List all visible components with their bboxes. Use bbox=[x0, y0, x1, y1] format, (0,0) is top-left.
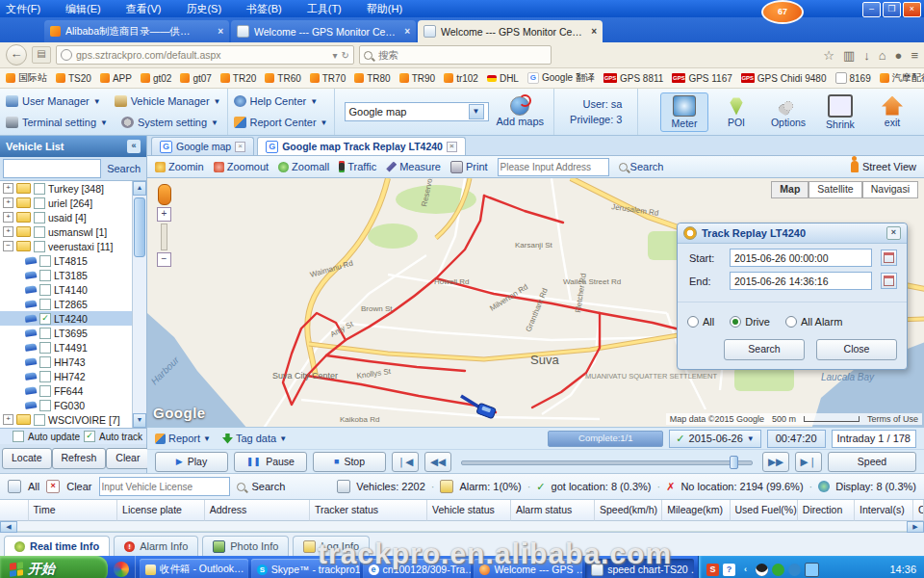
vehicle-checkbox-checked[interactable]: ✓ bbox=[39, 313, 51, 325]
street-view-button[interactable]: Street View bbox=[851, 161, 916, 172]
bookmark[interactable]: tr102 bbox=[444, 73, 478, 84]
stop-button[interactable]: ■Stop bbox=[313, 452, 386, 472]
vehicle-checkbox[interactable] bbox=[39, 400, 51, 411]
tree-group-expanded[interactable]: −veerustaxi [11] bbox=[0, 239, 146, 253]
menu-history[interactable]: 历史(S) bbox=[186, 2, 221, 16]
traffic-button[interactable]: Traffic bbox=[339, 161, 376, 172]
vehicle-checkbox[interactable] bbox=[39, 342, 51, 354]
tag-data-menu[interactable]: Tag data▼ bbox=[222, 433, 287, 444]
map-type-satellite[interactable]: Satellite bbox=[808, 181, 861, 198]
vehicle-checkbox[interactable] bbox=[39, 299, 51, 310]
skip-to-start-button[interactable]: ❘◀ bbox=[392, 452, 419, 472]
column-license-plate[interactable]: License plate bbox=[117, 500, 205, 521]
tool-poi[interactable]: POI bbox=[712, 93, 760, 131]
group-checkbox[interactable] bbox=[34, 212, 45, 223]
bookmark[interactable]: APP bbox=[100, 73, 132, 84]
browser-search-box[interactable] bbox=[359, 45, 552, 65]
zoom-slider[interactable] bbox=[161, 223, 167, 250]
tray-antivirus-icon[interactable] bbox=[772, 564, 784, 576]
column-interval[interactable]: Interval(s) bbox=[855, 500, 913, 521]
zoomout-button[interactable]: Zoomout bbox=[214, 161, 269, 172]
home-icon[interactable]: ⌂ bbox=[879, 48, 886, 63]
clear-button[interactable]: Clear bbox=[106, 448, 149, 469]
start-datetime-field[interactable]: 2015-06-26 00:00:00 bbox=[730, 249, 872, 267]
tree-group[interactable]: +WSCIVOIRE [7] bbox=[0, 412, 146, 427]
map-type-navigasi[interactable]: Navigasi bbox=[862, 181, 918, 198]
column-direction[interactable]: Direction bbox=[798, 500, 855, 521]
system-setting-menu[interactable]: System setting▼ bbox=[121, 117, 218, 128]
fast-forward-button[interactable]: ▶▶ bbox=[762, 452, 789, 472]
vehicle-checkbox[interactable] bbox=[39, 371, 51, 382]
tab-log-info[interactable]: Log Info bbox=[293, 536, 370, 556]
expand-icon[interactable]: + bbox=[3, 183, 13, 194]
column-tracker-status[interactable]: Tracker status bbox=[310, 500, 427, 521]
task-cn100128[interactable]: ecn100128/309-Tra… bbox=[363, 559, 472, 578]
bookmark[interactable]: GGoogle 翻译 bbox=[527, 71, 595, 85]
group-checkbox[interactable] bbox=[34, 183, 45, 195]
group-checkbox[interactable] bbox=[34, 197, 45, 209]
bookmark[interactable]: gt02 bbox=[141, 73, 171, 84]
menu-edit[interactable]: 编辑(E) bbox=[65, 2, 101, 16]
tree-vehicle[interactable]: LT2865 bbox=[0, 297, 146, 311]
report-center-menu[interactable]: Report Center▼ bbox=[234, 117, 328, 128]
browser-tab-alibaba[interactable]: Alibaba制造商目录——供… × bbox=[44, 20, 229, 42]
radio-all[interactable]: All bbox=[687, 316, 714, 328]
vehicle-checkbox[interactable] bbox=[39, 328, 51, 339]
bookmark[interactable]: GPSGPS 8811 bbox=[603, 73, 663, 84]
expand-icon[interactable]: + bbox=[3, 212, 13, 223]
bookmark[interactable]: 汽摩配行业 bbox=[880, 71, 924, 85]
vehicle-checkbox[interactable] bbox=[39, 385, 51, 397]
tree-vehicle[interactable]: LT3695 bbox=[0, 326, 146, 340]
column-speed[interactable]: Speed(km/h) bbox=[595, 500, 662, 521]
tray-app-icon[interactable] bbox=[788, 564, 801, 576]
dialog-header[interactable]: Track Replay LT4240 × bbox=[678, 223, 907, 244]
replay-slider[interactable] bbox=[461, 458, 753, 465]
bookmark[interactable]: TR60 bbox=[265, 73, 300, 84]
vehicle-checkbox[interactable] bbox=[39, 255, 51, 267]
tab-close-icon[interactable]: × bbox=[591, 26, 597, 37]
back-button[interactable]: ← bbox=[6, 44, 27, 66]
column-used-fuel[interactable]: Used Fuel(%) bbox=[731, 500, 798, 521]
task-gps-browser[interactable]: Welcome --- GPS … bbox=[474, 559, 582, 578]
scroll-down-icon[interactable]: ▼ bbox=[133, 413, 146, 428]
tool-options[interactable]: Options bbox=[764, 93, 812, 131]
start-button[interactable]: 开始 bbox=[0, 556, 108, 578]
task-outlook[interactable]: 收件箱 - Outlook… bbox=[140, 559, 248, 578]
clipboard-icon[interactable]: ▥ bbox=[843, 48, 855, 63]
zoomin-button[interactable]: Zoomin bbox=[155, 161, 204, 172]
tree-vehicle[interactable]: LT4140 bbox=[0, 282, 146, 297]
menu-tools[interactable]: 工具(T) bbox=[307, 2, 342, 16]
address-search-button[interactable]: Search bbox=[619, 161, 664, 172]
zoom-out-icon[interactable]: − bbox=[157, 252, 171, 267]
tab-close-icon[interactable]: × bbox=[404, 26, 410, 37]
bookmark[interactable]: DHL bbox=[487, 73, 519, 84]
tab-alarm-info[interactable]: !Alarm Info bbox=[114, 536, 198, 556]
browser-search-input[interactable] bbox=[376, 48, 547, 62]
measure-button[interactable]: Measure bbox=[386, 161, 441, 172]
task-speed-chart[interactable]: speed chart-TS20 … bbox=[585, 559, 694, 578]
auto-update-checkbox[interactable] bbox=[13, 431, 24, 442]
menu-view[interactable]: 查看(V) bbox=[126, 2, 162, 16]
column-alarm-status[interactable]: Alarm status bbox=[511, 500, 595, 521]
license-search-button[interactable]: Search bbox=[252, 481, 286, 492]
tray-sogou-icon[interactable]: S bbox=[706, 564, 719, 576]
map-tab-google-map[interactable]: G Google map × bbox=[151, 137, 254, 155]
url-dropdown-icon[interactable]: ▾ bbox=[333, 50, 338, 61]
scroll-right-icon[interactable]: ▶ bbox=[907, 521, 924, 533]
bookmark[interactable]: TR80 bbox=[354, 73, 390, 84]
tree-group[interactable]: +Turkey [348] bbox=[0, 181, 146, 196]
dialog-close-button[interactable]: × bbox=[886, 226, 901, 240]
map-tab-track-replay[interactable]: G Google map Track Replay LT4240 × bbox=[257, 137, 466, 155]
tab-close-icon[interactable]: × bbox=[218, 26, 223, 37]
auto-track-checkbox-checked[interactable]: ✓ bbox=[84, 431, 95, 442]
calendar-icon[interactable] bbox=[881, 273, 897, 289]
bookmark-star-icon[interactable]: ☆ bbox=[823, 48, 834, 63]
feedback-icon[interactable]: ● bbox=[895, 48, 903, 63]
vehicle-checkbox[interactable] bbox=[39, 356, 51, 368]
rewind-button[interactable]: ◀◀ bbox=[424, 452, 451, 472]
tab-close-icon[interactable]: × bbox=[235, 142, 245, 152]
tree-group[interactable]: +usaid [4] bbox=[0, 210, 146, 224]
terminal-setting-menu[interactable]: Terminal setting▼ bbox=[6, 117, 108, 128]
map-provider-select[interactable]: Google map ▼ bbox=[345, 102, 489, 121]
browser-tab-gps-2-active[interactable]: Welcome --- GPS Monitor Cen… × bbox=[418, 20, 603, 42]
